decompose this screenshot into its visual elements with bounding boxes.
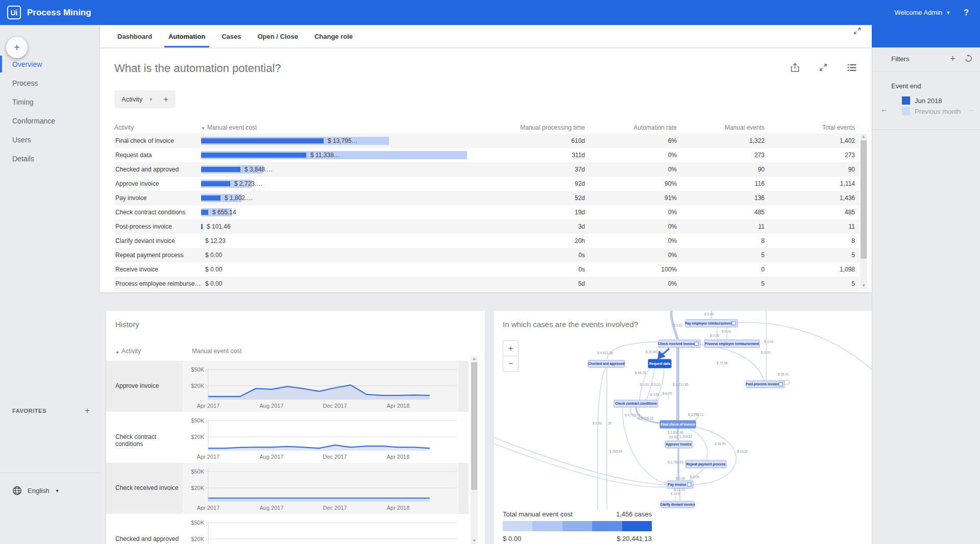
scroll-down-icon[interactable]: ▼ [471, 538, 478, 544]
language-selector[interactable]: English ▼ [12, 486, 60, 496]
help-button[interactable]: ? [964, 8, 969, 17]
node-checkbox[interactable] [779, 383, 782, 386]
svg-text:Request data: Request data [649, 362, 670, 366]
scroll-down-icon[interactable]: ▼ [860, 283, 867, 289]
scroll-up-icon[interactable]: ▲ [860, 134, 867, 140]
table-row[interactable]: Approve invoice$ 2,723.…92d90%1161,114 [114, 177, 860, 191]
col-manual-event-cost[interactable]: ▼Manual event cost [201, 124, 441, 131]
sort-asc-icon[interactable]: ▲ [115, 350, 119, 354]
scroll-up-icon[interactable]: ▲ [471, 356, 478, 362]
svg-text:Post-process invoice: Post-process invoice [746, 382, 779, 386]
table-row[interactable]: Receive invoice$ 0.000s100%01,098 [114, 262, 860, 277]
fullscreen-icon[interactable] [851, 25, 863, 36]
manual-events: 136 [679, 194, 767, 202]
tab-change-role[interactable]: Change role [306, 25, 361, 47]
export-icon[interactable] [789, 62, 800, 73]
previous-period-arrow[interactable]: ← [880, 105, 888, 113]
svg-text:Check received invoice: Check received invoice [658, 342, 695, 345]
sidebar-item-timing[interactable]: Timing [0, 92, 100, 111]
col-manual-processing-time[interactable]: Manual processing time [441, 124, 587, 131]
processing-time: 52d [441, 194, 587, 202]
cost-value: $ 0.00 [205, 252, 222, 259]
add-dashboard-button[interactable]: + [6, 37, 28, 58]
tab-cases[interactable]: Cases [213, 25, 249, 47]
sidebar-item-users[interactable]: Users [0, 130, 100, 149]
node-checkbox[interactable] [732, 322, 736, 325]
sidebar-item-process[interactable]: Process [0, 73, 100, 92]
zoom-in-button[interactable]: + [503, 341, 518, 356]
zoom-out-button[interactable]: − [503, 356, 518, 372]
history-col-activity[interactable]: Activity [121, 348, 141, 355]
graph-node-pay-invoice[interactable]: Pay invoice [667, 481, 693, 488]
graph-node-checked-and-approved[interactable]: Checked and approved [588, 360, 625, 367]
node-checkbox[interactable] [695, 342, 698, 345]
edge-cost-label: $ 2,428.61 [638, 416, 654, 420]
processing-time: 5d [441, 280, 587, 287]
table-row[interactable]: Post-process invoice$ 101.463d0%1111 [114, 219, 860, 234]
node-checkbox[interactable] [688, 483, 691, 486]
edge-cost-label: $ 84.78 [635, 371, 646, 375]
processing-time: 20h [441, 237, 587, 244]
history-chart: $50K$20KApr 2017Aug 2017Dec 2017Apr 2018 [183, 514, 458, 544]
graph-node-pay-employee-reimbursement[interactable]: Pay employee reimbursement [685, 319, 738, 327]
graph-node-final-check-of-invoice[interactable]: Final check of invoice [660, 421, 696, 428]
logo-text: Ui [11, 9, 18, 17]
tab-open-close[interactable]: Open / Close [249, 25, 306, 47]
activity-name: Repeat payment process [114, 252, 201, 259]
globe-icon [12, 486, 22, 496]
table-row[interactable]: Pay invoice$ 1,802.…52d91%1361,436 [114, 191, 860, 205]
cost-value: $ 655.14 [212, 209, 236, 216]
graph-node-process-employee-reimbursement[interactable]: Process employee reimbursement [704, 340, 760, 348]
manual-events: 1,322 [679, 137, 767, 144]
activity-dimension-selector[interactable]: Activity ▼ + [114, 90, 176, 108]
tab-dashboard[interactable]: Dashboard [109, 25, 160, 47]
total-events: 1,114 [767, 180, 857, 187]
table-row[interactable]: Request data$ 11,338…311d0%273273 [114, 148, 860, 162]
edge-cost-label: $ 2,758.21 [688, 413, 704, 416]
table-row[interactable]: Checked and approved$ 3,848.…37d0%9090 [114, 162, 860, 177]
graph-node-request-data[interactable]: Request data [648, 359, 671, 368]
add-filter-button[interactable]: + [950, 54, 955, 64]
history-row[interactable]: Check contract conditions$50K$20KApr 201… [106, 412, 469, 463]
add-favorite-button[interactable]: + [85, 406, 90, 416]
history-scrollbar[interactable]: ▲ ▼ [471, 356, 478, 544]
expand-icon[interactable] [818, 62, 829, 73]
processing-time: 19d [441, 209, 587, 216]
history-row[interactable]: Checked and approved$50K$20KApr 2017Aug … [106, 514, 469, 544]
table-row[interactable]: Clarify deviant invoice$ 12.2320h0%88 [114, 234, 860, 248]
table-row[interactable]: Final check of invoice$ 13,795…610d6%1,3… [114, 134, 860, 148]
history-row[interactable]: Approve invoice$50K$20KApr 2017Aug 2017D… [106, 361, 469, 412]
legend-cases: 1,456 cases [616, 510, 652, 518]
svg-text:Apr 2017: Apr 2017 [197, 505, 220, 511]
chevron-down-icon: ▼ [946, 10, 950, 15]
manual-events: 11 [679, 223, 767, 230]
next-period-arrow[interactable]: → [967, 105, 975, 113]
table-row[interactable]: Repeat payment process$ 0.000s0%55 [114, 248, 860, 262]
reset-filters-icon[interactable] [964, 54, 973, 65]
graph-node-clarify-deviant-invoice[interactable]: Clarify deviant invoice [660, 501, 695, 508]
graph-node-check-contract-conditions[interactable]: Check contract conditions [614, 400, 658, 407]
col-activity[interactable]: Activity [114, 124, 201, 131]
sidebar-item-details[interactable]: Details [0, 149, 100, 168]
col-manual-events[interactable]: Manual events [679, 124, 767, 131]
history-row[interactable]: Check received invoice$50K$20KApr 2017Au… [106, 463, 469, 514]
table-scrollbar[interactable]: ▲ ▼ [860, 134, 867, 289]
graph-node-check-received-invoice[interactable]: Check received invoice [658, 340, 700, 348]
history-col-cost[interactable]: Manual event cost [192, 348, 241, 355]
list-view-icon[interactable] [846, 62, 857, 73]
col-total-events[interactable]: Total events [767, 124, 857, 131]
tab-automation[interactable]: Automation [160, 25, 213, 47]
sidebar-item-conformance[interactable]: Conformance [0, 111, 100, 130]
graph-node-repeat-payment-process[interactable]: Repeat payment process [685, 460, 726, 468]
table-row[interactable]: Check contract conditions$ 655.1419d0%48… [114, 205, 860, 219]
svg-text:Aug 2017: Aug 2017 [259, 505, 283, 511]
add-dimension-icon[interactable]: + [163, 94, 168, 105]
history-chart: $50K$20KApr 2017Aug 2017Dec 2017Apr 2018 [183, 412, 458, 463]
process-graph[interactable]: Checked and approvedRequest dataCheck re… [494, 311, 872, 510]
graph-node-approve-invoice[interactable]: Approve invoice [665, 441, 692, 448]
graph-node-post-process-invoice[interactable]: Post-process invoice [746, 381, 785, 388]
table-row[interactable]: Process employee reimburse…$ 0.005d0%55 [114, 277, 860, 291]
user-menu[interactable]: Welcome Admin ▼ [895, 9, 951, 16]
event-end-previous: Previous month [915, 108, 961, 115]
col-automation-rate[interactable]: Automation rate [587, 124, 679, 131]
